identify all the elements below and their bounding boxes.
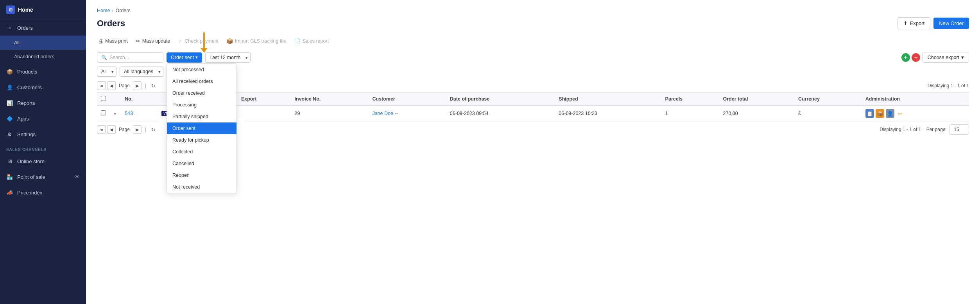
status-option-cancelled[interactable]: Cancelled (167, 158, 236, 169)
admin-icons: 📋 📦 👤 ✏ (865, 109, 965, 118)
admin-box-icon[interactable]: 📦 (876, 109, 884, 118)
new-order-button[interactable]: New Order (933, 18, 969, 29)
status-dropdown-trigger[interactable]: Order sent ▾ (167, 52, 202, 63)
sidebar-item-price-index[interactable]: 📣 Price index (0, 185, 86, 200)
col-date: Date of purchase (446, 93, 555, 106)
new-order-label: New Order (939, 20, 964, 26)
all-filter-wrapper: All (97, 67, 116, 77)
col-admin: Administration (862, 93, 969, 106)
first-page-button[interactable]: ⏮ (97, 81, 106, 90)
status-option-order-sent[interactable]: Order sent (167, 122, 236, 134)
status-option-order-received[interactable]: Order received (167, 87, 236, 99)
sidebar-reports-label: Reports (17, 100, 35, 106)
refresh-button[interactable]: ↻ (149, 81, 158, 90)
export-choose-area: + − Choose export ▾ (901, 52, 969, 63)
row-invoice-cell: 29 (291, 106, 369, 121)
sidebar-item-online-store[interactable]: 🖥 Online store (0, 153, 86, 169)
add-remove-buttons: + − (901, 53, 920, 62)
export-label: Export (910, 20, 925, 26)
mass-print-button[interactable]: 🖨 Mass print (97, 36, 129, 46)
home-logo-icon: ⊞ (6, 5, 15, 14)
status-option-collected[interactable]: Collected (167, 146, 236, 158)
check-payment-label: Check payment (185, 38, 219, 44)
sidebar-item-orders[interactable]: ≡ Orders (0, 20, 86, 36)
sidebar-item-all[interactable]: All (0, 36, 86, 50)
sidebar-item-customers[interactable]: 👤 Customers (0, 79, 86, 95)
admin-edit-icon[interactable]: ✏ (896, 109, 905, 118)
status-option-processing[interactable]: Processing (167, 99, 236, 111)
admin-doc-icon[interactable]: 📋 (865, 109, 874, 118)
language-filter[interactable]: All languages English French (120, 67, 163, 77)
row-currency-cell: £ (794, 106, 862, 121)
add-column-button[interactable]: + (901, 53, 910, 62)
choose-export-button[interactable]: Choose export ▾ (923, 52, 969, 63)
dropdown-chevron-icon: ▾ (195, 55, 198, 60)
bottom-prev-page-button[interactable]: ◀ (107, 125, 116, 134)
admin-user-icon[interactable]: 👤 (886, 109, 894, 118)
sidebar-item-abandoned[interactable]: Abandoned orders (0, 50, 86, 64)
import-gls-button[interactable]: 📦 Import GLS tracking file (226, 36, 287, 46)
sales-report-button[interactable]: 📄 Sales report (293, 36, 330, 46)
col-parcels: Parcels (661, 93, 719, 106)
prev-page-button[interactable]: ◀ (107, 81, 116, 90)
status-option-partially-shipped[interactable]: Partially shipped (167, 111, 236, 122)
breadcrumb-current: Orders (116, 8, 131, 13)
sidebar-pos-label: Point of sale (17, 174, 45, 180)
check-payment-button[interactable]: ✓ Check payment (177, 36, 219, 46)
customer-link[interactable]: Jane Doe ✏ (372, 111, 442, 116)
breadcrumb: Home › Orders (97, 8, 969, 13)
order-number-link[interactable]: 543 (125, 111, 133, 116)
sidebar-online-store-label: Online store (17, 158, 45, 164)
sidebar-abandoned-label: Abandoned orders (14, 54, 54, 59)
col-currency: Currency (794, 93, 862, 106)
row-order-no-cell: 543 (121, 106, 158, 121)
breadcrumb-separator: › (112, 8, 113, 13)
status-selected-label: Order sent (171, 55, 194, 60)
row-checkbox[interactable] (101, 110, 106, 115)
eye-icon[interactable]: 👁 (74, 174, 80, 180)
sidebar-item-products[interactable]: 📦 Products (0, 64, 86, 79)
page-label: Page (117, 83, 131, 88)
status-option-not-received[interactable]: Not received (167, 181, 236, 193)
sidebar-item-point-of-sale[interactable]: 🏪 Point of sale 👁 (0, 169, 86, 185)
report-icon: 📄 (294, 38, 301, 44)
bottom-next-page-button[interactable]: ▶ (133, 125, 142, 134)
time-filter[interactable]: Last 12 month Last 6 month Last 3 month (205, 52, 251, 63)
col-no: No. (121, 93, 158, 106)
search-box: 🔍 (97, 52, 163, 63)
sidebar-logo[interactable]: ⊞ Home (0, 0, 86, 20)
sidebar-item-reports[interactable]: 📊 Reports (0, 95, 86, 111)
bottom-first-page-button[interactable]: ⏮ (97, 125, 106, 134)
language-filter-wrapper: All languages English French (120, 67, 163, 77)
status-option-reopen[interactable]: Reopen (167, 169, 236, 181)
settings-icon: ⚙ (6, 131, 13, 138)
select-all-checkbox[interactable] (101, 96, 106, 101)
main-content: Home › Orders Orders ⬆ Export New Order … (86, 0, 980, 304)
remove-column-button[interactable]: − (912, 53, 920, 62)
sidebar-all-label: All (14, 40, 20, 45)
breadcrumb-home[interactable]: Home (97, 8, 110, 13)
products-icon: 📦 (6, 68, 13, 75)
check-icon: ✓ (178, 38, 183, 44)
filter-row: 🔍 Order sent ▾ Not processed All receive… (97, 52, 969, 63)
sidebar-item-apps[interactable]: 🔷 Apps (0, 111, 86, 126)
next-page-button[interactable]: ▶ (133, 81, 142, 90)
per-page-select[interactable]: 15 30 50 (950, 124, 969, 135)
col-shipped: Shipped (555, 93, 661, 106)
row-expand-icon[interactable]: ▾ (114, 111, 116, 117)
divider: | (143, 83, 147, 88)
search-input[interactable] (109, 55, 159, 60)
status-option-all-received[interactable]: All received orders (167, 76, 236, 87)
mass-update-button[interactable]: ✏ Mass update (135, 36, 171, 46)
status-option-not-processed[interactable]: Not processed (167, 64, 236, 76)
main-area: Home › Orders Orders ⬆ Export New Order … (86, 0, 980, 304)
sidebar-price-index-label: Price index (17, 190, 42, 196)
all-filter[interactable]: All (97, 67, 116, 77)
export-button[interactable]: ⬆ Export (898, 17, 931, 29)
bottom-refresh-button[interactable]: ↻ (149, 125, 158, 134)
page-title: Orders (97, 18, 125, 29)
sidebar-item-settings[interactable]: ⚙ Settings (0, 126, 86, 142)
col-checkbox (97, 93, 110, 106)
col-export: Export (237, 93, 291, 106)
status-option-ready-pickup[interactable]: Ready for pickup (167, 134, 236, 146)
